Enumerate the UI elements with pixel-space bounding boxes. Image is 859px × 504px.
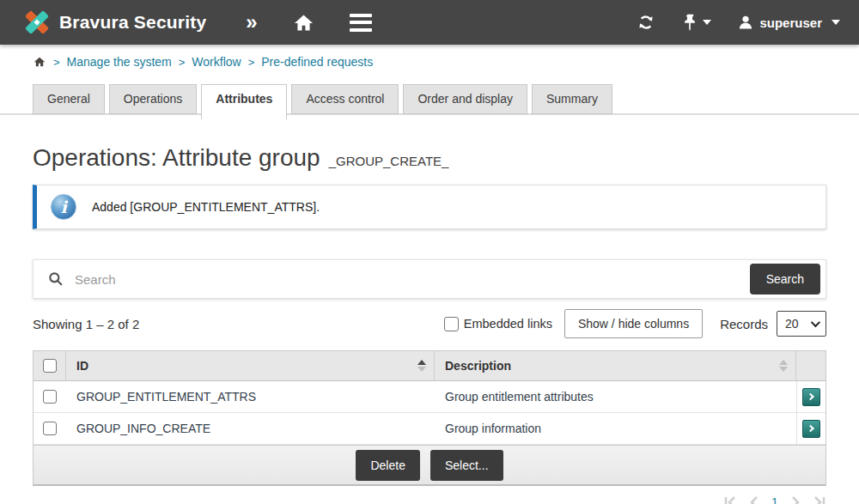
show-hide-columns-button[interactable]: Show / hide columns (564, 309, 703, 338)
embedded-links-checkbox[interactable] (444, 317, 459, 331)
user-menu-button[interactable]: superuser (737, 14, 840, 31)
breadcrumb-separator: > (179, 56, 186, 69)
records-select[interactable]: 20 (777, 311, 826, 337)
search-button[interactable]: Search (750, 264, 820, 295)
showing-count: Showing 1 – 2 of 2 (33, 317, 139, 331)
breadcrumb-workflow[interactable]: Workflow (192, 55, 241, 69)
row-description-cell: Group information (435, 413, 796, 444)
breadcrumb-pre-defined-requests[interactable]: Pre-defined requests (261, 55, 373, 69)
hamburger-icon (350, 14, 372, 32)
row-checkbox-cell (34, 413, 66, 444)
select-all-cell (34, 351, 66, 380)
row-description-cell: Group entitlement attributes (435, 381, 796, 412)
open-row-button[interactable] (802, 420, 820, 438)
page-title-text: Operations: Attribute group (33, 144, 320, 171)
select-all-checkbox[interactable] (43, 359, 57, 373)
refresh-icon (637, 13, 655, 32)
select-button[interactable]: Select... (430, 450, 503, 481)
row-id-cell: GROUP_ENTITLEMENT_ATTRS (66, 381, 435, 412)
column-header-description-label: Description (445, 359, 511, 373)
top-header: Bravura Security » (0, 0, 859, 45)
breadcrumb-manage-the-system[interactable]: Manage the system (67, 55, 172, 69)
table-footer: Delete Select... (34, 445, 825, 484)
breadcrumb-home-icon[interactable] (33, 55, 46, 69)
column-header-actions (796, 351, 825, 380)
page-title: Operations: Attribute group_GROUP_CREATE… (33, 144, 826, 172)
search-bar: Search (33, 259, 826, 299)
home-icon (292, 11, 315, 34)
brand-logo-icon (22, 8, 52, 37)
open-row-button[interactable] (802, 388, 820, 406)
row-checkbox-cell (34, 381, 66, 412)
list-controls: Showing 1 – 2 of 2 Embedded links Show /… (33, 309, 826, 338)
tab-general[interactable]: General (33, 84, 105, 114)
records-select-value: 20 (785, 317, 799, 331)
main-content: Operations: Attribute group_GROUP_CREATE… (0, 144, 859, 504)
tab-operations[interactable]: Operations (109, 84, 197, 114)
current-page: 1 (770, 495, 780, 504)
table-header-row: ID Description (34, 351, 825, 381)
search-input[interactable] (64, 272, 750, 287)
next-page-button[interactable] (790, 495, 801, 504)
pin-caret-icon (703, 20, 711, 25)
user-icon (737, 14, 754, 31)
breadcrumb-separator: > (53, 56, 60, 69)
tab-access-control[interactable]: Access control (291, 84, 399, 114)
info-alert-message: Added [GROUP_ENTITLEMENT_ATTRS]. (92, 200, 320, 214)
chevron-right-icon (807, 393, 813, 400)
chevron-right-icon (807, 425, 813, 432)
records-label: Records (720, 317, 768, 331)
breadcrumb-separator: > (248, 56, 255, 69)
row-checkbox[interactable] (43, 390, 57, 404)
tab-bar: General Operations Attributes Access con… (0, 84, 859, 119)
tab-order-and-display[interactable]: Order and display (403, 84, 527, 114)
delete-button[interactable]: Delete (356, 450, 419, 481)
info-icon: i (51, 194, 76, 220)
tab-summary[interactable]: Summary (532, 84, 612, 114)
column-header-description[interactable]: Description (435, 351, 796, 380)
breadcrumb: > Manage the system > Workflow > Pre-def… (0, 45, 859, 79)
pagination: 1 (33, 495, 826, 504)
page-subtitle: _GROUP_CREATE_ (329, 154, 449, 168)
first-page-button[interactable] (723, 495, 739, 504)
pin-menu-button[interactable] (681, 13, 711, 32)
table-row: GROUP_INFO_CREATE Group information (34, 413, 825, 445)
collapse-chevron-button[interactable]: » (246, 12, 257, 33)
last-page-button[interactable] (811, 495, 826, 504)
row-action-cell (796, 413, 825, 444)
info-alert: i Added [GROUP_ENTITLEMENT_ATTRS]. (33, 185, 826, 229)
chevron-down-icon (811, 318, 820, 327)
column-header-id[interactable]: ID (66, 351, 435, 380)
menu-button[interactable] (350, 14, 372, 32)
column-header-id-label: ID (76, 359, 88, 373)
previous-page-button[interactable] (749, 495, 759, 504)
attributes-table: ID Description GROUP_ENTITLEMENT_ATTRS G… (33, 350, 826, 486)
row-id-cell: GROUP_INFO_CREATE (66, 413, 435, 444)
row-action-cell (796, 381, 825, 412)
pin-icon (681, 13, 698, 32)
search-icon (47, 270, 64, 288)
refresh-button[interactable] (637, 13, 655, 32)
home-button[interactable] (292, 11, 315, 34)
user-name: superuser (759, 15, 822, 30)
tab-attributes[interactable]: Attributes (201, 84, 287, 119)
brand-home-link[interactable]: Bravura Security (22, 8, 206, 37)
table-row: GROUP_ENTITLEMENT_ATTRS Group entitlemen… (34, 381, 825, 413)
user-caret-icon (832, 20, 840, 25)
sort-ascending-icon (417, 360, 426, 372)
embedded-links-label[interactable]: Embedded links (464, 317, 552, 331)
brand-name: Bravura Security (59, 12, 206, 33)
row-checkbox[interactable] (43, 422, 57, 435)
sort-unsorted-icon (779, 360, 788, 372)
